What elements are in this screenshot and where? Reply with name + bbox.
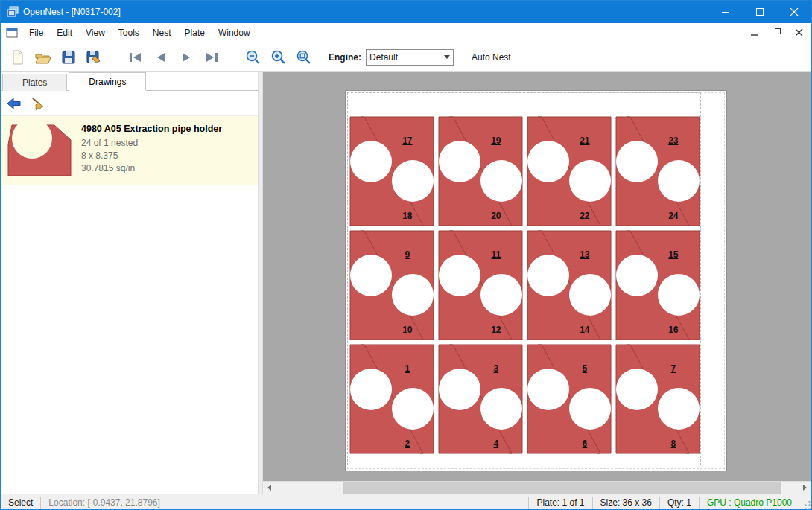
nest-grid: 17 18 19 20 21 22 23 24: [349, 115, 701, 455]
part-number: 10: [402, 325, 412, 335]
nest-pair[interactable]: 1 2: [349, 343, 435, 455]
pipe-hole-cutout: [392, 388, 434, 430]
nest-pair[interactable]: 5 6: [526, 343, 612, 455]
close-button[interactable]: [777, 1, 811, 23]
pipe-hole-cutout: [658, 274, 700, 316]
menu-item-file[interactable]: File: [22, 25, 50, 41]
next-arrow-icon: [178, 51, 194, 63]
menu-item-edit[interactable]: Edit: [50, 25, 79, 41]
nest-pair[interactable]: 15 16: [615, 229, 701, 341]
nest-pair[interactable]: 9 10: [349, 229, 435, 341]
pipe-hole-cutout: [569, 388, 611, 430]
zoom-out-magnifier-icon: [245, 49, 261, 66]
drawing-title: 4980 A05 Extraction pipe holder: [81, 124, 222, 134]
nest-pair[interactable]: 11 12: [437, 229, 524, 341]
part-number: 18: [402, 211, 412, 221]
prev-plate-button[interactable]: [150, 46, 172, 68]
send-to-nest-button[interactable]: [4, 94, 25, 113]
status-qty: Qty: 1: [660, 494, 699, 510]
status-plate: Plate: 1 of 1: [529, 494, 591, 510]
zoom-fit-button[interactable]: [293, 46, 315, 68]
tab-plates[interactable]: Plates: [2, 74, 67, 91]
engine-select[interactable]: Default: [366, 49, 454, 66]
drawing-nested-count: 24 of 1 nested: [81, 137, 222, 150]
part-thumbnail: [5, 122, 74, 179]
status-size: Size: 36 x 36: [593, 494, 659, 510]
plate-sheet[interactable]: 17 18 19 20 21 22 23 24: [345, 90, 727, 471]
mdi-child-icon: [6, 27, 18, 39]
part-number: 8: [671, 439, 676, 449]
menu-item-plate[interactable]: Plate: [178, 25, 212, 41]
zoom-in-button[interactable]: [267, 46, 290, 68]
drawing-size: 8 x 8.375: [81, 150, 222, 162]
part-number: 24: [668, 211, 678, 221]
pipe-hole-cutout: [569, 274, 611, 316]
menu-item-view[interactable]: View: [79, 25, 112, 41]
new-button[interactable]: [7, 46, 29, 68]
clear-drawings-button[interactable]: [28, 94, 48, 113]
pipe-hole-cutout: [392, 274, 434, 316]
last-plate-button[interactable]: [200, 46, 223, 68]
menu-item-window[interactable]: Window: [212, 25, 257, 41]
pipe-hole-cutout: [527, 255, 569, 296]
resize-grip[interactable]: [799, 494, 811, 510]
part-number: 20: [491, 211, 501, 221]
pipe-hole-cutout: [616, 369, 658, 410]
part-number: 2: [405, 439, 410, 449]
mdi-restore-button[interactable]: [767, 25, 787, 41]
title-bar[interactable]: OpenNest - [N0317-002]: [1, 1, 811, 23]
part-number: 5: [583, 363, 588, 374]
nest-pair[interactable]: 21 22: [526, 115, 612, 227]
window-title: OpenNest - [N0317-002]: [23, 7, 708, 17]
open-button[interactable]: [32, 46, 54, 68]
pipe-hole-cutout: [439, 141, 480, 182]
first-plate-button[interactable]: [124, 46, 147, 68]
menu-bar: File Edit View Tools Nest Plate Window: [1, 23, 811, 42]
maximize-button[interactable]: [743, 1, 777, 23]
mdi-close-button[interactable]: [789, 25, 810, 41]
auto-nest-button[interactable]: Auto Nest: [466, 48, 517, 66]
part-number: 12: [491, 325, 501, 335]
scroll-right-arrow-icon[interactable]: [799, 482, 811, 494]
zoom-out-button[interactable]: [242, 46, 264, 68]
tab-drawings[interactable]: Drawings: [69, 72, 146, 91]
drawing-list-item[interactable]: 4980 A05 Extraction pipe holder 24 of 1 …: [1, 116, 258, 185]
pipe-hole-cutout: [350, 369, 392, 410]
nest-pair[interactable]: 19 20: [437, 115, 524, 227]
drawing-area: 30.7815 sq/in: [81, 162, 222, 175]
pipe-hole-cutout: [480, 388, 522, 430]
nest-canvas[interactable]: 17 18 19 20 21 22 23 24: [263, 72, 811, 494]
blue-back-arrow-icon: [7, 98, 22, 109]
open-folder-icon: [34, 49, 52, 66]
horizontal-scrollbar[interactable]: [263, 481, 811, 494]
save-button[interactable]: [57, 46, 80, 68]
part-number: 23: [668, 136, 678, 146]
chevron-down-icon: [444, 55, 450, 59]
nest-pair[interactable]: 3 4: [437, 343, 524, 455]
part-number: 4: [494, 439, 499, 449]
pipe-hole-cutout: [616, 255, 658, 296]
pipe-hole-cutout: [616, 141, 658, 182]
mdi-minimize-button[interactable]: [744, 25, 765, 41]
minimize-button[interactable]: [708, 1, 743, 23]
nest-pair[interactable]: 13 14: [526, 229, 612, 341]
scrollbar-thumb[interactable]: [343, 482, 781, 494]
nest-pair[interactable]: 17 18: [349, 115, 435, 227]
part-number: 9: [405, 249, 410, 260]
drawings-toolbar: [1, 91, 258, 116]
scroll-left-arrow-icon[interactable]: [263, 482, 276, 494]
pipe-hole-cutout: [392, 160, 434, 202]
part-number: 1: [405, 363, 410, 374]
prev-arrow-icon: [153, 51, 169, 63]
part-number: 6: [583, 439, 588, 449]
menu-item-nest[interactable]: Nest: [146, 25, 178, 41]
nest-pair[interactable]: 23 24: [615, 115, 701, 227]
save-nest-button[interactable]: [83, 46, 105, 68]
new-page-icon: [10, 49, 26, 66]
zoom-fit-magnifier-icon: [296, 49, 312, 66]
menu-item-tools[interactable]: Tools: [112, 25, 146, 41]
nest-pair[interactable]: 7 8: [615, 343, 701, 455]
part-number: 7: [671, 363, 676, 374]
next-plate-button[interactable]: [175, 46, 197, 68]
status-gpu: GPU : Quadro P1000: [700, 494, 799, 510]
